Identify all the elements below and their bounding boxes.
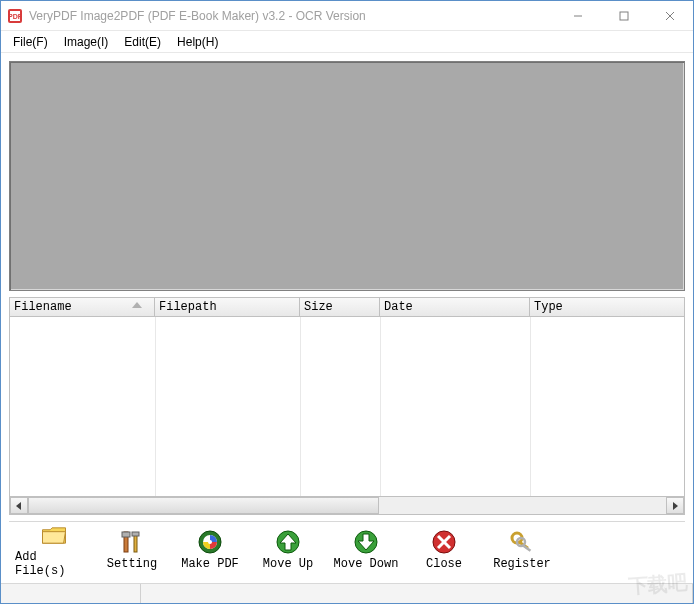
app-icon: PDF [7,8,23,24]
svg-rect-10 [122,532,130,537]
status-segment [1,584,141,603]
chevron-right-icon [671,502,679,510]
maximize-button[interactable] [601,1,647,30]
register-button[interactable]: Register [483,524,561,578]
svg-text:PDF: PDF [8,13,23,20]
register-label: Register [493,557,551,571]
column-header-date[interactable]: Date [380,298,530,316]
svg-rect-11 [134,534,137,552]
column-header-size[interactable]: Size [300,298,380,316]
scroll-right-button[interactable] [666,497,684,514]
sort-indicator-icon [132,302,142,308]
menu-image[interactable]: Image(I) [56,33,117,51]
column-header-type[interactable]: Type [530,298,684,316]
svg-point-15 [208,540,212,544]
minimize-icon [573,11,583,21]
chevron-left-icon [15,502,23,510]
menu-edit[interactable]: Edit(E) [116,33,169,51]
svg-rect-12 [132,532,139,536]
table-header: Filename Filepath Size Date Type [9,297,685,317]
add-files-label: Add File(s) [15,550,93,578]
close-button[interactable] [647,1,693,30]
maximize-icon [619,11,629,21]
window-controls [555,1,693,30]
folder-icon [40,524,68,547]
setting-button[interactable]: Setting [93,524,171,578]
close-program-button[interactable]: Close [405,524,483,578]
horizontal-scrollbar[interactable] [9,497,685,515]
make-pdf-label: Make PDF [181,557,239,571]
setting-label: Setting [107,557,157,571]
svg-marker-8 [673,502,678,510]
minimize-button[interactable] [555,1,601,30]
table-body[interactable] [9,317,685,497]
preview-panel [9,61,685,291]
move-down-label: Move Down [334,557,399,571]
scroll-thumb[interactable] [28,497,379,514]
svg-rect-4 [620,12,628,20]
play-icon [196,530,224,554]
status-segment [141,584,693,603]
column-label-filename: Filename [14,300,72,314]
arrow-up-icon [274,530,302,554]
move-down-button[interactable]: Move Down [327,524,405,578]
close-program-icon [430,530,458,554]
column-header-filepath[interactable]: Filepath [155,298,300,316]
menu-file[interactable]: File(F) [5,33,56,51]
titlebar: PDF VeryPDF Image2PDF (PDF E-Book Maker)… [1,1,693,31]
menu-help[interactable]: Help(H) [169,33,226,51]
close-label: Close [426,557,462,571]
close-icon [665,11,675,21]
keys-icon [508,530,536,554]
column-header-filename[interactable]: Filename [10,298,155,316]
tools-icon [118,530,146,554]
scroll-left-button[interactable] [10,497,28,514]
statusbar [1,583,693,603]
file-table: Filename Filepath Size Date Type [9,297,685,515]
arrow-down-icon [352,530,380,554]
make-pdf-button[interactable]: Make PDF [171,524,249,578]
toolbar: Add File(s) Setting Make PDF [9,521,685,579]
move-up-label: Move Up [263,557,313,571]
add-files-button[interactable]: Add File(s) [15,524,93,578]
window-title: VeryPDF Image2PDF (PDF E-Book Maker) v3.… [29,9,555,23]
scroll-track[interactable] [28,497,666,514]
svg-marker-7 [16,502,21,510]
move-up-button[interactable]: Move Up [249,524,327,578]
content-area: Filename Filepath Size Date Type [1,53,693,583]
menubar: File(F) Image(I) Edit(E) Help(H) [1,31,693,53]
